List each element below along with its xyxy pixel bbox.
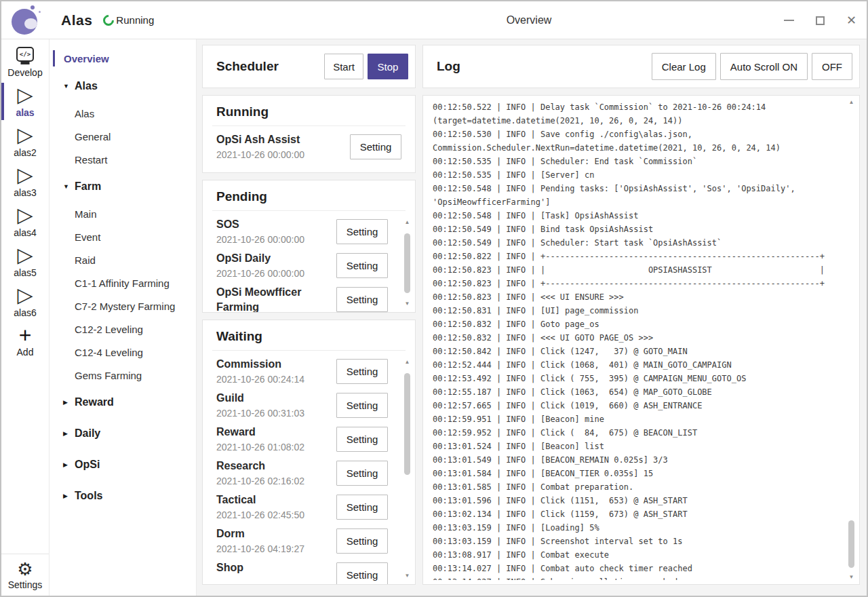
scroll-up-icon[interactable]: ▲ xyxy=(405,358,410,366)
nav-item[interactable]: Alas xyxy=(50,102,196,125)
setting-button[interactable]: Setting xyxy=(336,461,388,486)
task-next-run-time: 2021-10-26 04:19:27 xyxy=(216,542,333,556)
log-line: 00:13:01.549 | INFO | [BEACON_REMAIN 0.0… xyxy=(433,453,840,467)
log-line: 00:12:50.535 | INFO | [Server] cn xyxy=(433,168,840,182)
setting-button[interactable]: Setting xyxy=(336,359,388,384)
nav-item[interactable]: C7-2 Mystery Farming xyxy=(50,294,196,317)
rail-item-label: alas2 xyxy=(14,147,36,158)
nav-item[interactable]: C1-1 Affinity Farming xyxy=(50,271,196,294)
log-scrollbar[interactable]: ▲ ▼ xyxy=(846,98,856,581)
nav-item[interactable]: Overview xyxy=(50,46,196,71)
log-line: 00:12:50.530 | INFO | Save config ./conf… xyxy=(433,128,840,141)
task-name: SOS xyxy=(216,217,333,232)
scroll-down-icon[interactable]: ▼ xyxy=(405,572,410,580)
scroll-down-icon[interactable]: ▼ xyxy=(405,300,410,308)
setting-button[interactable]: Setting xyxy=(350,134,401,159)
task-next-run-time: 2021-10-26 00:31:03 xyxy=(216,406,333,420)
setting-button[interactable]: Setting xyxy=(336,427,388,452)
setting-button[interactable]: Setting xyxy=(336,528,388,554)
waiting-scrollbar[interactable]: ▲ ▼ xyxy=(402,358,412,580)
task-row: Guild 2021-10-26 00:31:03 Setting xyxy=(216,391,388,425)
clear-log-button[interactable]: Clear Log xyxy=(652,53,716,80)
setting-button[interactable]: Setting xyxy=(336,562,388,584)
rail-items: </> Develop ▷ alas ▷ alas2 ▷ xyxy=(1,43,49,362)
rail-item[interactable]: ▷ alas2 xyxy=(1,121,49,161)
nav-item[interactable]: Raid xyxy=(50,248,196,271)
nav-item-label: Restart xyxy=(75,154,107,166)
start-button[interactable]: Start xyxy=(324,54,363,79)
scrollbar-thumb[interactable] xyxy=(404,373,410,475)
nav-item[interactable]: ▼ Farm xyxy=(50,171,196,202)
nav-item-label: C1-1 Affinity Farming xyxy=(75,277,170,289)
nav-item[interactable]: C12-2 Leveling xyxy=(50,317,196,341)
window-controls: ✕ xyxy=(783,1,857,39)
log-panel: 00:12:50.522 | INFO | Delay task `Commis… xyxy=(422,95,860,585)
nav-item[interactable]: Gems Farming xyxy=(50,364,196,387)
log-line: 00:13:01.596 | INFO | Click (1151, 653) … xyxy=(433,494,840,507)
log-line: 00:13:14.027 | INFO | Submarine call tim… xyxy=(433,575,840,580)
log-title: Log xyxy=(437,59,460,74)
scheduler-status: Running xyxy=(116,14,154,26)
rail-item[interactable]: ▷ alas xyxy=(1,81,49,121)
task-name: Shop xyxy=(216,560,333,575)
task-row: Tactical 2021-10-26 02:45:50 Setting xyxy=(216,493,388,526)
nav-item[interactable]: ▼ Alas xyxy=(50,71,196,102)
nav-item[interactable]: ▶ Daily xyxy=(50,418,196,449)
log-line: 00:13:14.027 | INFO | Combat auto check … xyxy=(433,562,840,575)
log-line: 00:12:59.951 | INFO | [Beacon] mine xyxy=(433,412,840,426)
nav-item[interactable]: C12-4 Leveling xyxy=(50,341,196,364)
auto-scroll-off-button[interactable]: OFF xyxy=(812,53,852,80)
scrollbar-thumb[interactable] xyxy=(404,233,410,293)
rail-item[interactable]: </> Develop xyxy=(1,43,49,81)
nav-item[interactable]: ▶ Reward xyxy=(50,387,196,418)
rail-item[interactable]: ▷ alas4 xyxy=(1,201,49,242)
scroll-up-icon[interactable]: ▲ xyxy=(405,218,410,227)
maximize-button[interactable] xyxy=(814,15,826,26)
plus-icon: + xyxy=(19,326,32,345)
task-row: OpSi Meowfficer Farming Setting xyxy=(216,285,388,312)
settings-button[interactable]: ⚙ Settings xyxy=(1,554,49,596)
nav-item[interactable]: ▶ OpSi xyxy=(50,449,196,480)
play-icon: ▷ xyxy=(17,245,33,265)
scroll-down-icon[interactable]: ▼ xyxy=(849,573,854,581)
nav-item-label: General xyxy=(75,131,111,142)
pending-scrollbar[interactable]: ▲ ▼ xyxy=(402,218,412,308)
nav-item[interactable]: Restart xyxy=(50,148,196,171)
rail-item[interactable]: + Add xyxy=(1,322,49,362)
scroll-up-icon[interactable]: ▲ xyxy=(849,98,854,107)
task-row: Dorm 2021-10-26 04:19:27 Setting xyxy=(216,526,388,560)
log-line: 00:12:50.822 | INFO | +-----------------… xyxy=(433,250,840,263)
task-name: OpSi Daily xyxy=(216,251,333,266)
minimize-button[interactable] xyxy=(783,15,795,26)
stop-button[interactable]: Stop xyxy=(368,54,408,79)
nav-item[interactable]: General xyxy=(50,125,196,148)
task-name: OpSi Meowfficer Farming xyxy=(216,285,333,312)
close-button[interactable]: ✕ xyxy=(846,15,857,26)
log-output: 00:12:50.522 | INFO | Delay task `Commis… xyxy=(433,100,840,580)
nav-item[interactable]: ▶ Tools xyxy=(50,480,196,512)
log-line: 00:12:50.548 | INFO | [Task] OpsiAshAssi… xyxy=(433,209,840,223)
setting-button[interactable]: Setting xyxy=(336,219,388,244)
nav-item-label: Daily xyxy=(75,427,100,440)
setting-button[interactable]: Setting xyxy=(336,287,388,312)
nav-item[interactable]: Event xyxy=(50,225,196,248)
nav-item-label: Event xyxy=(75,231,100,243)
scrollbar-thumb[interactable] xyxy=(848,520,854,568)
log-line: 00:12:50.832 | INFO | Goto page_os xyxy=(433,317,840,331)
alas-logo-icon xyxy=(9,4,42,37)
rail-item[interactable]: ▷ alas3 xyxy=(1,161,49,201)
log-line: 00:12:50.823 | INFO | +-----------------… xyxy=(433,277,840,290)
setting-button[interactable]: Setting xyxy=(336,495,388,520)
task-row: Shop Setting xyxy=(216,560,388,584)
setting-button[interactable]: Setting xyxy=(336,253,388,278)
auto-scroll-on-button[interactable]: Auto Scroll ON xyxy=(720,53,808,80)
nav-item[interactable]: Main xyxy=(50,202,196,225)
nav-item-label: Tools xyxy=(75,490,102,502)
setting-button[interactable]: Setting xyxy=(336,393,388,418)
task-name: Research xyxy=(216,459,333,474)
rail-item[interactable]: ▷ alas6 xyxy=(1,282,49,322)
rail-item[interactable]: ▷ alas5 xyxy=(1,242,49,282)
task-name: Reward xyxy=(216,425,333,440)
log-line: 00:13:01.585 | INFO | Combat preparation… xyxy=(433,480,840,494)
nav-item-label: OpSi xyxy=(75,459,100,471)
